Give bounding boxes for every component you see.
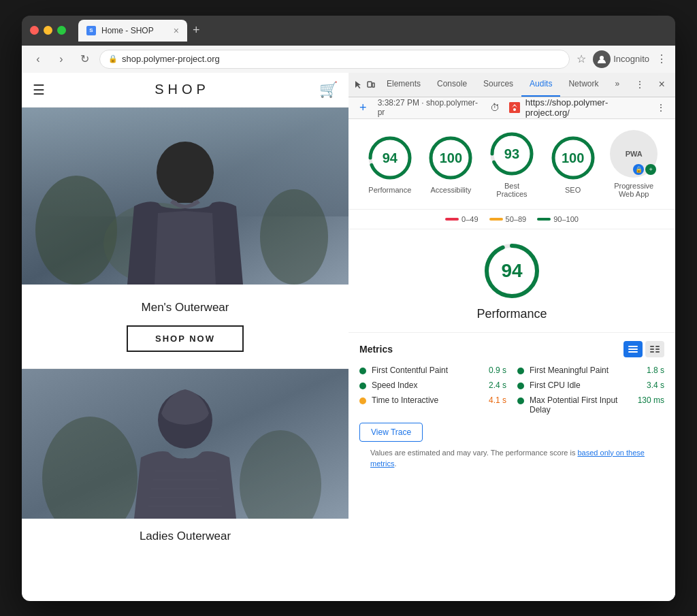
device-toggle-icon[interactable]	[366, 75, 376, 94]
performance-score[interactable]: 94 Performance	[366, 134, 414, 194]
metric-si-name: Speed Index	[372, 380, 483, 390]
svg-rect-34	[650, 346, 654, 347]
tab-console[interactable]: Console	[429, 73, 475, 97]
svg-rect-36	[650, 348, 654, 350]
best-practices-score[interactable]: 93 Best Practices	[488, 130, 536, 198]
metric-si-value: 2.4 s	[489, 380, 506, 390]
back-button[interactable]: ‹	[30, 51, 46, 67]
hero-image	[22, 108, 348, 285]
accessibility-score[interactable]: 100 Accessibility	[427, 134, 474, 194]
shop-header: ☰ SHOP 🛒	[22, 73, 348, 108]
performance-value: 94	[383, 150, 398, 165]
best-practices-value: 93	[504, 146, 519, 161]
view-toggle	[623, 341, 664, 357]
tab-title: Home - SHOP	[101, 26, 154, 35]
bookmark-icon[interactable]: ☆	[577, 52, 586, 65]
metric-fcp-dot	[359, 368, 366, 374]
seo-score[interactable]: 100 SEO	[549, 134, 597, 194]
performance-circle: 94	[366, 134, 414, 182]
shop-now-button[interactable]: SHOP NOW	[127, 325, 244, 352]
active-tab[interactable]: S Home - SHOP ×	[78, 20, 187, 42]
svg-rect-18	[372, 83, 374, 87]
tab-close-icon[interactable]: ×	[174, 25, 179, 36]
address-input[interactable]: 🔒 shop.polymer-project.org	[99, 50, 570, 69]
browser-menu-icon[interactable]: ⋮	[656, 52, 667, 65]
metric-tti-dot	[359, 398, 366, 404]
legend-green: 90–100	[537, 215, 579, 223]
metric-fcp-value: 0.9 s	[489, 366, 506, 375]
add-audit-icon[interactable]: +	[354, 98, 372, 117]
forward-button[interactable]: ›	[53, 51, 69, 67]
metric-tti-value: 4.1 s	[489, 395, 506, 405]
metric-mpfid-name: Max Potential First Input Delay	[530, 395, 632, 415]
maximize-button[interactable]	[57, 26, 66, 35]
legend-green-label: 90–100	[553, 215, 579, 223]
metrics-section: Metrics	[348, 333, 675, 601]
metrics-title: Metrics	[359, 344, 623, 355]
metric-mpfid: Max Potential First Input Delay 130 ms	[517, 395, 664, 415]
legend-green-dot	[537, 218, 551, 221]
metric-fmp-value: 1.8 s	[647, 366, 664, 375]
footer-text-start: Values are estimated and may vary. The p…	[370, 449, 577, 457]
svg-rect-7	[177, 193, 193, 203]
devtools-tabs: Elements Console Sources Audits Network …	[378, 73, 628, 97]
svg-rect-35	[655, 346, 660, 347]
metric-fci-name: First CPU Idle	[530, 380, 641, 390]
traffic-lights	[30, 26, 66, 35]
metric-fmp-dot	[517, 368, 524, 374]
svg-point-4	[260, 189, 328, 285]
pwa-text: PWA	[626, 150, 643, 158]
minimize-button[interactable]	[44, 26, 52, 35]
devtools-toolbar: Elements Console Sources Audits Network …	[348, 73, 675, 97]
metric-fmp: First Meaningful Paint 1.8 s	[517, 366, 664, 375]
accessibility-value: 100	[440, 150, 462, 165]
lock-icon: 🔒	[108, 54, 118, 63]
svg-rect-38	[650, 351, 654, 353]
metric-fci: First CPU Idle 3.4 s	[517, 380, 664, 390]
accessibility-label: Accessibility	[430, 186, 471, 194]
browser-window: S Home - SHOP × + ‹ › ↻ 🔒 shop.polymer-p…	[22, 16, 675, 601]
audit-options-icon[interactable]: ⋮	[651, 98, 670, 117]
performance-detail: 94 Performance	[348, 229, 675, 333]
svg-rect-32	[628, 348, 638, 350]
grid-view-button[interactable]	[623, 341, 643, 357]
devtools-more-icon[interactable]: ⋮	[630, 75, 649, 94]
pwa-badge-green: +	[645, 164, 656, 175]
seo-circle: 100	[549, 134, 597, 182]
mens-outerwear-section: Men's Outerwear SHOP NOW	[22, 285, 348, 369]
hamburger-menu-icon[interactable]: ☰	[33, 82, 45, 98]
legend-red-dot	[445, 218, 459, 221]
legend-orange-label: 50–89	[506, 215, 527, 223]
view-trace-button[interactable]: View Trace	[359, 423, 423, 442]
list-view-button[interactable]	[645, 341, 664, 357]
pwa-badge-blue: 🔒	[633, 164, 644, 175]
cursor-tool-icon[interactable]	[354, 75, 363, 94]
new-tab-button[interactable]: +	[193, 23, 200, 37]
tab-network[interactable]: Network	[560, 73, 606, 97]
metric-fci-dot	[517, 383, 524, 389]
metrics-grid: First Contentful Paint 0.9 s First Meani…	[359, 366, 664, 415]
metric-mpfid-dot	[517, 398, 524, 404]
audit-footer: Values are estimated and may vary. The p…	[359, 442, 664, 475]
timer-icon[interactable]: ⏱	[485, 98, 504, 117]
incognito-area: Incognito	[593, 50, 649, 68]
seo-value: 100	[562, 150, 584, 165]
metric-fcp-name: First Contentful Paint	[372, 366, 483, 375]
tab-more[interactable]: »	[606, 73, 628, 97]
metric-tti: Time to Interactive 4.1 s	[359, 395, 506, 415]
pwa-score[interactable]: PWA 🔒 + ProgressiveWeb App	[610, 130, 658, 198]
devtools-close-icon[interactable]: ×	[652, 75, 671, 94]
mens-section-title: Men's Outerwear	[142, 301, 229, 314]
content-area: ☰ SHOP 🛒	[22, 73, 675, 601]
metric-mpfid-value: 130 ms	[638, 395, 664, 405]
close-button[interactable]	[30, 26, 39, 35]
svg-rect-17	[368, 82, 372, 87]
tab-sources[interactable]: Sources	[475, 73, 521, 97]
tab-elements[interactable]: Elements	[378, 73, 429, 97]
reload-button[interactable]: ↻	[76, 51, 93, 67]
tab-audits[interactable]: Audits	[521, 73, 560, 97]
metric-fmp-name: First Meaningful Paint	[530, 366, 641, 375]
ladies-section-title: Ladies Outerwear	[140, 530, 231, 543]
cart-icon[interactable]: 🛒	[319, 81, 338, 99]
svg-point-20	[513, 108, 516, 111]
